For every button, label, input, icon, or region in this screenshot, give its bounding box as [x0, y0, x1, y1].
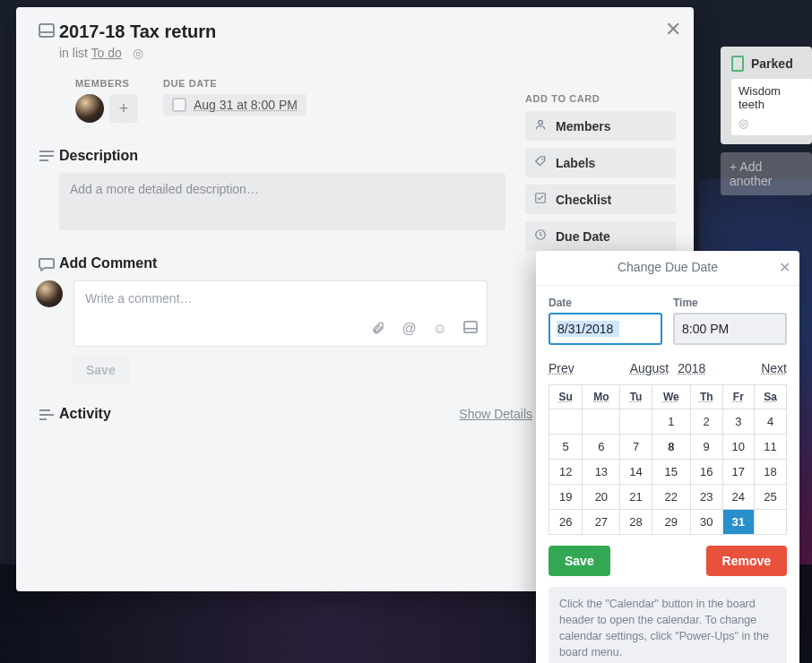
date-input[interactable] — [549, 313, 662, 345]
tag-icon — [534, 155, 547, 170]
card-icon — [34, 22, 59, 38]
calendar-day[interactable]: 22 — [652, 485, 690, 510]
calendar-day[interactable]: 1 — [652, 409, 690, 435]
cal-year[interactable]: 2018 — [678, 361, 705, 375]
cal-month-year: August 2018 — [627, 361, 709, 375]
calendar-week: 567891011 — [549, 435, 787, 460]
calendar-day[interactable]: 7 — [620, 435, 652, 460]
calendar-grid: SuMoTuWeThFrSa 1234567891011121314151617… — [549, 384, 787, 535]
card-wisdom-teeth[interactable]: Wisdom teeth ◎ — [731, 79, 812, 135]
rail-checklist-button[interactable]: Checklist — [525, 185, 676, 214]
comment-icon — [34, 255, 59, 271]
calendar-day[interactable]: 19 — [549, 485, 583, 510]
calendar-day — [583, 409, 620, 435]
close-icon[interactable]: ✕ — [665, 20, 681, 39]
calendar-day[interactable]: 8 — [652, 435, 690, 460]
calendar-day[interactable]: 31 — [722, 510, 754, 535]
save-comment-button[interactable]: Save — [72, 356, 130, 384]
calendar-day[interactable]: 20 — [583, 485, 620, 510]
cal-prev-link[interactable]: Prev — [549, 361, 574, 375]
calendar-day[interactable]: 3 — [722, 409, 754, 435]
time-field-label: Time — [673, 297, 787, 309]
rail-checklist-label: Checklist — [556, 193, 611, 207]
comment-input[interactable] — [85, 291, 476, 306]
calendar-day[interactable]: 4 — [755, 409, 787, 435]
due-date-popover: Change Due Date ✕ Date Time Prev August … — [536, 251, 799, 663]
calendar-week: 1234 — [549, 409, 787, 435]
add-member-button[interactable]: + — [109, 94, 138, 123]
calendar-day[interactable]: 30 — [690, 510, 722, 535]
list-title: Parked — [751, 56, 793, 71]
calendar-day[interactable]: 16 — [690, 460, 722, 485]
due-date-chip[interactable]: Aug 31 at 8:00 PM — [163, 94, 307, 116]
calendar-day[interactable]: 2 — [690, 409, 722, 435]
svg-point-11 — [541, 159, 543, 160]
members-label: MEMBERS — [75, 78, 138, 89]
calendar-day[interactable]: 17 — [722, 460, 754, 485]
calendar-day[interactable]: 18 — [755, 460, 787, 485]
watch-icon: ◎ — [739, 116, 805, 130]
calendar-day[interactable]: 13 — [583, 460, 620, 485]
comment-box[interactable]: @ ☺ — [73, 280, 488, 347]
cal-next-link[interactable]: Next — [761, 361, 787, 375]
calendar-day[interactable]: 24 — [722, 485, 754, 510]
calendar-day — [620, 409, 652, 435]
calendar-day[interactable]: 28 — [620, 510, 652, 535]
rail-duedate-button[interactable]: Due Date — [525, 221, 676, 251]
date-field-label: Date — [549, 297, 662, 309]
calendar-day[interactable]: 11 — [755, 435, 787, 460]
calendar-day[interactable]: 12 — [549, 460, 583, 485]
calendar-day[interactable]: 21 — [620, 485, 652, 510]
rail-members-button[interactable]: Members — [525, 111, 676, 141]
clock-icon — [534, 228, 547, 244]
calendar-dow: Su — [549, 385, 583, 409]
calendar-week: 262728293031 — [549, 510, 787, 535]
rail-title: ADD TO CARD — [525, 93, 676, 104]
label-badge — [731, 56, 744, 72]
in-list-line: in list To do ◎ — [59, 46, 676, 60]
calendar-day[interactable]: 29 — [652, 510, 690, 535]
calendar-dow: Th — [690, 385, 722, 409]
card-embed-icon[interactable] — [463, 321, 478, 339]
description-title: Description — [59, 148, 505, 164]
user-icon — [534, 118, 547, 133]
add-another-list[interactable]: + Add another — [721, 152, 812, 195]
due-checkbox[interactable] — [172, 98, 186, 112]
calendar-day[interactable]: 23 — [690, 485, 722, 510]
description-input[interactable]: Add a more detailed description… — [59, 173, 505, 230]
card-title[interactable]: 2017-18 Tax return — [59, 22, 676, 42]
member-avatar[interactable] — [75, 94, 104, 123]
calendar-day[interactable]: 5 — [549, 435, 583, 460]
calendar-day[interactable]: 14 — [620, 460, 652, 485]
calendar-day[interactable]: 25 — [755, 485, 787, 510]
emoji-icon[interactable]: ☺ — [433, 321, 447, 339]
members-block: MEMBERS + — [75, 78, 138, 123]
rail-labels-label: Labels — [556, 156, 595, 170]
time-input[interactable] — [673, 313, 787, 345]
mention-icon[interactable]: @ — [402, 321, 416, 339]
list-parked[interactable]: Parked Wisdom teeth ◎ — [721, 47, 812, 144]
calendar-dow: Tu — [620, 385, 652, 409]
rail-labels-button[interactable]: Labels — [525, 148, 676, 177]
watch-icon[interactable]: ◎ — [133, 46, 143, 60]
in-list-link[interactable]: To do — [91, 46, 122, 60]
remove-button[interactable]: Remove — [706, 546, 787, 576]
add-to-card-rail: ADD TO CARD Members Labels Checklist Due… — [525, 93, 676, 258]
in-list-prefix: in list — [59, 46, 91, 60]
show-details-link[interactable]: Show Details — [459, 407, 532, 421]
calendar-day[interactable]: 15 — [652, 460, 690, 485]
save-button[interactable]: Save — [549, 546, 610, 576]
calendar-day[interactable]: 9 — [690, 435, 722, 460]
due-date-block: DUE DATE Aug 31 at 8:00 PM — [163, 78, 307, 123]
cal-month[interactable]: August — [630, 361, 669, 375]
popover-close-icon[interactable]: ✕ — [779, 259, 790, 276]
attachment-icon[interactable] — [371, 321, 385, 339]
calendar-day[interactable]: 6 — [583, 435, 620, 460]
calendar-day[interactable]: 26 — [549, 510, 583, 535]
svg-rect-5 — [464, 322, 477, 332]
calendar-hint: Click the "Calendar" button in the board… — [549, 587, 787, 663]
current-user-avatar[interactable] — [36, 280, 63, 307]
due-date-label: DUE DATE — [163, 78, 307, 89]
calendar-day[interactable]: 27 — [583, 510, 620, 535]
calendar-day[interactable]: 10 — [722, 435, 754, 460]
